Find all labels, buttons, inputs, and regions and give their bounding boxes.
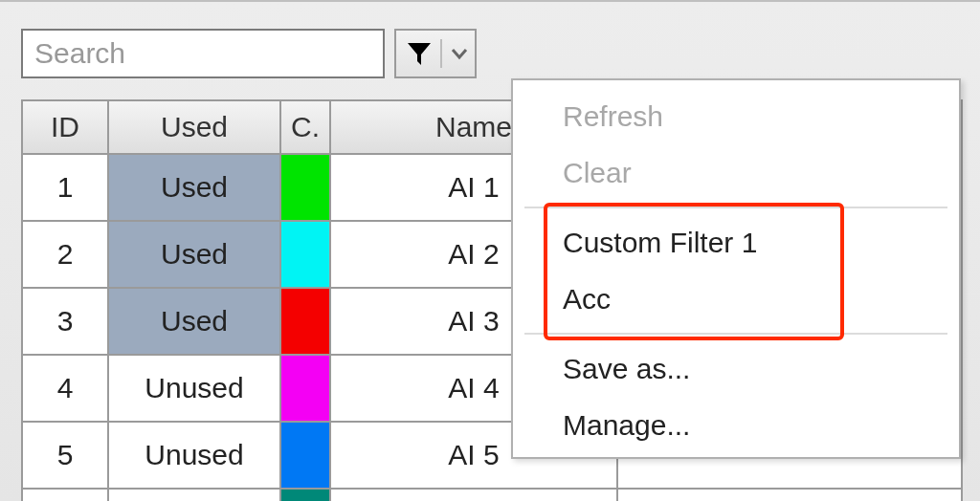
- cell-id: 2: [22, 221, 108, 288]
- color-swatch: [281, 423, 329, 488]
- svg-marker-2: [408, 43, 431, 65]
- cell-id: 6: [22, 489, 108, 501]
- cell-id: 5: [22, 422, 108, 489]
- cell-used[interactable]: Used: [108, 154, 280, 221]
- color-swatch: [281, 222, 329, 287]
- search-field-wrap: [21, 29, 385, 78]
- menu-acc[interactable]: Acc: [513, 271, 959, 327]
- cell-color-swatch[interactable]: [280, 489, 330, 501]
- cell-id: 3: [22, 288, 108, 355]
- color-swatch: [281, 155, 329, 220]
- cell-used[interactable]: Unused: [108, 355, 280, 422]
- menu-separator: [524, 207, 947, 208]
- table-row[interactable]: 6UnusedAI 6DEMO SIRIUS STCv2: [22, 489, 962, 501]
- filter-context-menu: Refresh Clear Custom Filter 1 Acc Save a…: [511, 78, 961, 459]
- color-swatch: [281, 356, 329, 421]
- cell-color-swatch[interactable]: [280, 422, 330, 489]
- column-header-c[interactable]: C.: [280, 100, 330, 154]
- cell-color-swatch[interactable]: [280, 355, 330, 422]
- menu-refresh[interactable]: Refresh: [513, 88, 959, 144]
- toolbar: [21, 29, 477, 80]
- cell-rest: DEMO SIRIUS STCv2: [617, 489, 962, 501]
- cell-used[interactable]: Unused: [108, 422, 280, 489]
- menu-save-as[interactable]: Save as...: [513, 340, 959, 397]
- cell-name: AI 6: [330, 489, 617, 501]
- cell-color-swatch[interactable]: [280, 154, 330, 221]
- column-header-id[interactable]: ID: [22, 100, 108, 154]
- cell-id: 1: [22, 154, 108, 221]
- cell-used[interactable]: Used: [108, 221, 280, 288]
- column-header-used[interactable]: Used: [108, 100, 280, 154]
- separator: [440, 39, 442, 68]
- funnel-icon: [406, 40, 433, 67]
- menu-custom-filter-1[interactable]: Custom Filter 1: [513, 214, 959, 271]
- color-swatch: [281, 490, 329, 501]
- color-swatch: [281, 289, 329, 354]
- menu-clear[interactable]: Clear: [513, 144, 959, 201]
- menu-manage[interactable]: Manage...: [513, 397, 959, 453]
- app-frame: ID Used C. Name 1UsedAI 12UsedAI 23UsedA…: [0, 0, 980, 501]
- chevron-down-icon: [450, 44, 469, 63]
- cell-used[interactable]: Used: [108, 288, 280, 355]
- cell-id: 4: [22, 355, 108, 422]
- search-input[interactable]: [23, 37, 410, 70]
- filter-button[interactable]: [394, 29, 477, 78]
- menu-separator: [524, 333, 947, 335]
- cell-color-swatch[interactable]: [280, 288, 330, 355]
- cell-color-swatch[interactable]: [280, 221, 330, 288]
- cell-used[interactable]: Unused: [108, 489, 280, 501]
